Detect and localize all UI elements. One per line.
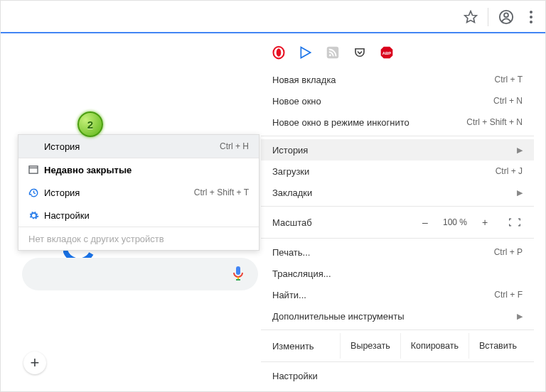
menu-new-tab[interactable]: Новая вкладка Ctrl + T	[261, 69, 534, 90]
submenu-settings-item[interactable]: Настройки	[18, 204, 259, 227]
gear-icon	[28, 210, 44, 221]
main-menu: Новая вкладка Ctrl + T Новое окно Ctrl +…	[261, 69, 534, 392]
menu-separator	[261, 206, 534, 207]
zoom-in-button[interactable]: +	[476, 217, 494, 228]
menu-edit-row: Изменить Вырезать Копировать Вставить	[261, 333, 534, 359]
menu-history[interactable]: История ▶	[261, 139, 534, 160]
submenu-recently-closed: Недавно закрытые	[18, 158, 259, 181]
step-badge: 2	[77, 111, 103, 137]
menu-cast[interactable]: Трансляция...	[261, 263, 534, 284]
menu-bookmarks[interactable]: Закладки ▶	[261, 182, 534, 203]
menu-settings[interactable]: Настройки	[261, 365, 534, 386]
zoom-value: 100 %	[439, 217, 471, 227]
menu-new-window[interactable]: Новое окно Ctrl + N	[261, 90, 534, 111]
edit-paste-button[interactable]: Вставить	[469, 333, 527, 359]
rss-ext-icon[interactable]	[325, 45, 341, 60]
history-submenu: История Ctrl + H Недавно закрытые Истори…	[18, 134, 259, 251]
menu-separator	[261, 361, 534, 362]
menu-label: Новая вкладка	[272, 75, 495, 85]
svg-rect-10	[29, 166, 38, 173]
svg-point-4	[277, 48, 282, 57]
menu-help[interactable]: Справка ▶	[261, 386, 534, 392]
menu-print[interactable]: Печать... Ctrl + P	[261, 241, 534, 263]
toolbar-divider	[488, 8, 488, 26]
submenu-no-tabs: Нет вкладок с других устройств	[18, 227, 259, 250]
search-input[interactable]	[22, 258, 258, 290]
menu-zoom: Масштаб – 100 % +	[261, 209, 534, 235]
menu-incognito[interactable]: Новое окно в режиме инкогнито Ctrl + Shi…	[261, 111, 534, 133]
chevron-right-icon: ▶	[517, 312, 523, 321]
pocket-ext-icon[interactable]	[352, 45, 368, 60]
menu-separator	[261, 238, 534, 239]
edit-cut-button[interactable]: Вырезать	[340, 333, 400, 359]
window-icon	[28, 165, 44, 174]
chevron-right-icon: ▶	[517, 188, 523, 197]
edit-copy-button[interactable]: Копировать	[400, 333, 469, 359]
menu-shortcut: Ctrl + T	[495, 75, 523, 85]
bookmark-star-icon[interactable]	[464, 10, 478, 24]
svg-point-2	[504, 13, 508, 17]
add-shortcut-button[interactable]: +	[23, 352, 46, 374]
chevron-right-icon: ▶	[517, 146, 523, 155]
menu-downloads[interactable]: Загрузки Ctrl + J	[261, 160, 534, 182]
opera-ext-icon[interactable]	[271, 45, 287, 60]
menu-separator	[261, 136, 534, 136]
profile-icon[interactable]	[498, 9, 514, 25]
menu-separator	[261, 330, 534, 330]
fullscreen-icon[interactable]	[505, 216, 524, 229]
svg-rect-13	[236, 266, 240, 275]
menu-find[interactable]: Найти... Ctrl + F	[261, 284, 534, 305]
submenu-history-item[interactable]: История Ctrl + Shift + T	[18, 181, 259, 204]
svg-point-7	[329, 54, 331, 56]
svg-marker-0	[465, 11, 477, 23]
play-ext-icon[interactable]	[298, 45, 314, 60]
zoom-out-button[interactable]: –	[416, 217, 434, 228]
microphone-icon[interactable]	[232, 266, 245, 283]
active-tab-indicator	[1, 32, 545, 33]
history-clock-icon	[28, 187, 44, 198]
svg-marker-5	[301, 48, 310, 58]
menu-kebab-icon[interactable]	[524, 10, 538, 24]
svg-rect-6	[327, 47, 339, 59]
abp-ext-icon[interactable]: ABP	[379, 45, 395, 60]
menu-more-tools[interactable]: Дополнительные инструменты ▶	[261, 305, 534, 327]
svg-text:ABP: ABP	[382, 51, 391, 55]
submenu-history[interactable]: История Ctrl + H	[18, 135, 259, 158]
